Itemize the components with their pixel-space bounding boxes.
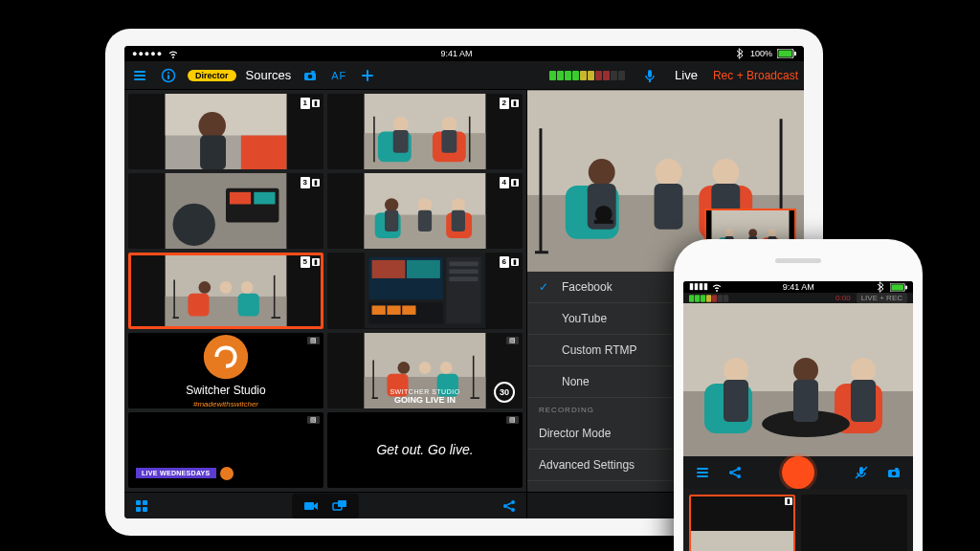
status-time: 9:41 AM bbox=[783, 282, 814, 292]
overlay-button[interactable] bbox=[330, 496, 349, 516]
check-icon: ✓ bbox=[539, 280, 552, 294]
director-chip[interactable]: Director bbox=[188, 70, 236, 81]
camera-button[interactable] bbox=[884, 463, 903, 482]
status-time: 9:41 AM bbox=[441, 49, 473, 58]
menu-button[interactable] bbox=[693, 463, 712, 482]
wifi-icon bbox=[167, 48, 179, 59]
iphone-thumb-1[interactable]: ▮ bbox=[689, 495, 795, 551]
wifi-icon bbox=[711, 281, 723, 293]
menu-button[interactable] bbox=[130, 66, 149, 85]
brand-name: Switcher Studio bbox=[186, 384, 265, 397]
iphone-thumbs: ▮ ＋ bbox=[683, 489, 913, 551]
sources-grid: 1▮ 2▮ 3▮ 4▮ 5▮ 6▮ ▧ Switcher Studio #mad… bbox=[124, 90, 526, 492]
iphone-subheader: 0:00 LIVE + REC bbox=[683, 293, 913, 303]
svg-rect-99 bbox=[779, 51, 792, 57]
source-tagline-card[interactable]: ▧ Get out. Go live. bbox=[327, 412, 523, 488]
live-title: Live bbox=[675, 68, 698, 82]
countdown-badge: 30 bbox=[494, 382, 515, 403]
svg-rect-104 bbox=[905, 285, 907, 289]
source-3[interactable]: 3▮ bbox=[128, 173, 323, 249]
camera-icon: ▮ bbox=[312, 179, 320, 187]
camera-icon: ▮ bbox=[312, 99, 320, 107]
svg-rect-103 bbox=[891, 284, 903, 290]
add-source-button[interactable] bbox=[358, 66, 377, 85]
menu-label: Facebook bbox=[562, 280, 612, 294]
record-timer: 0:00 bbox=[835, 294, 851, 302]
iphone-preview[interactable] bbox=[683, 303, 913, 456]
camera-icon: ▮ bbox=[785, 497, 792, 505]
bottom-bar bbox=[124, 492, 526, 518]
iphone-device: ▮▮▮▮ 9:41 AM 0:00 LIVE + REC bbox=[674, 239, 923, 551]
menu-label: Director Mode bbox=[539, 427, 611, 440]
camera-icon: ▮ bbox=[511, 179, 519, 187]
brand-logo-icon bbox=[128, 333, 323, 381]
source-5[interactable]: 5▮ bbox=[128, 253, 323, 328]
image-icon: ▧ bbox=[307, 416, 320, 424]
share-button[interactable] bbox=[500, 496, 519, 516]
grid-view-button[interactable] bbox=[132, 496, 151, 516]
live-rec-badge[interactable]: LIVE + REC bbox=[857, 293, 907, 303]
signal-bars: ▮▮▮▮ bbox=[689, 281, 708, 291]
battery-pct: 100% bbox=[750, 49, 772, 58]
camera-icon: ▮ bbox=[511, 258, 519, 266]
source-4[interactable]: 4▮ bbox=[327, 173, 523, 249]
menu-label: Custom RTMP bbox=[562, 343, 636, 357]
iphone-control-bar bbox=[683, 456, 913, 489]
battery-icon bbox=[777, 49, 796, 58]
vu-meter bbox=[549, 71, 625, 80]
vu-meter bbox=[689, 295, 728, 302]
info-button[interactable] bbox=[159, 66, 178, 85]
sources-title: Sources bbox=[246, 68, 292, 82]
source-lowerthird-card[interactable]: ▧ LIVE WEDNESDAYS bbox=[128, 412, 323, 488]
svg-rect-100 bbox=[794, 52, 796, 55]
image-icon: ▧ bbox=[506, 416, 519, 424]
top-toolbar: Director Sources AF Live Rec + Broadcast bbox=[124, 61, 804, 90]
brand-hashtag: #madewithswitcher bbox=[193, 400, 258, 408]
mic-button[interactable] bbox=[640, 66, 659, 85]
camera-button[interactable] bbox=[301, 66, 320, 85]
source-video-button[interactable] bbox=[301, 496, 321, 516]
svg-point-101 bbox=[204, 335, 248, 379]
tagline: Get out. Go live. bbox=[327, 440, 523, 459]
iphone-thumb-add[interactable]: ＋ bbox=[801, 495, 907, 551]
countdown-sub: GOING LIVE IN bbox=[327, 395, 523, 405]
menu-label: None bbox=[562, 375, 590, 388]
status-bar: ▮▮▮▮ 9:41 AM bbox=[683, 281, 913, 293]
source-brand-card[interactable]: ▧ Switcher Studio #madewithswitcher bbox=[128, 333, 323, 408]
bluetooth-icon bbox=[875, 281, 886, 293]
record-button[interactable] bbox=[782, 456, 814, 489]
bluetooth-icon bbox=[734, 48, 746, 59]
source-countdown-card[interactable]: ▧ SWITCHER STUDIO GOING LIVE IN 30 bbox=[327, 333, 523, 408]
af-button[interactable]: AF bbox=[329, 66, 348, 85]
rec-broadcast-button[interactable]: Rec + Broadcast bbox=[713, 69, 798, 82]
status-bar: ●●●●● 9:41 AM 100% bbox=[124, 46, 804, 61]
iphone-screen: ▮▮▮▮ 9:41 AM 0:00 LIVE + REC bbox=[683, 281, 913, 551]
battery-icon bbox=[890, 283, 907, 292]
share-button[interactable] bbox=[725, 463, 745, 482]
speaker-grille bbox=[775, 258, 821, 263]
lower-third: LIVE WEDNESDAYS bbox=[136, 468, 216, 478]
camera-icon: ▮ bbox=[511, 99, 519, 107]
mic-mute-button[interactable] bbox=[852, 463, 871, 482]
camera-icon: ▮ bbox=[312, 258, 320, 266]
brand-logo-icon bbox=[220, 467, 234, 480]
menu-label: YouTube bbox=[562, 312, 607, 325]
signal-dots: ●●●●● bbox=[132, 49, 163, 58]
source-6[interactable]: 6▮ bbox=[327, 253, 523, 328]
source-2[interactable]: 2▮ bbox=[327, 94, 523, 169]
menu-label: Advanced Settings bbox=[539, 458, 635, 472]
image-icon: ▧ bbox=[506, 337, 519, 344]
source-1[interactable]: 1▮ bbox=[128, 94, 323, 169]
